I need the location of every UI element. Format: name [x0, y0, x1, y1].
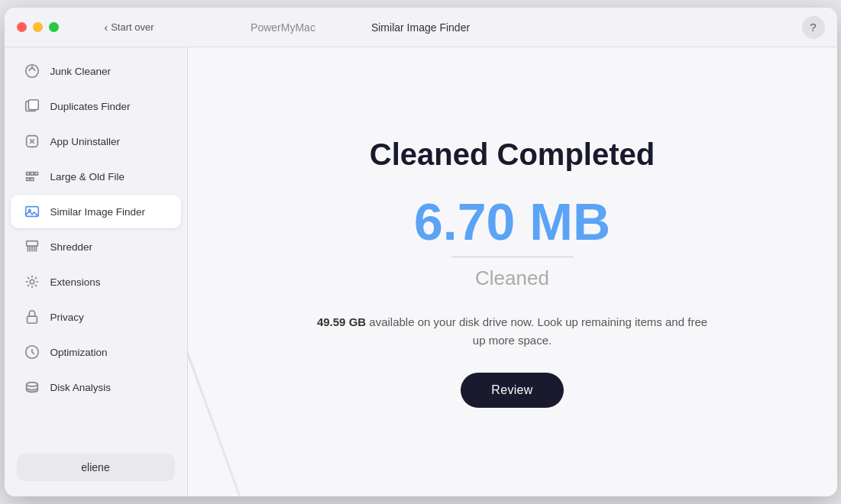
privacy-icon: [23, 308, 41, 326]
disk-analysis-icon: [23, 378, 41, 396]
available-gb: 49.59 GB: [317, 315, 366, 328]
sidebar-label-extensions: Extensions: [50, 276, 101, 288]
svg-rect-7: [26, 241, 37, 246]
app-window: PowerMyMac ‹ Start over Similar Image Fi…: [5, 8, 837, 496]
app-uninstaller-icon: [23, 132, 41, 150]
similar-image-finder-icon: [23, 202, 41, 221]
sidebar-label-privacy: Privacy: [50, 312, 84, 323]
cleaned-label: Cleaned: [314, 267, 711, 290]
completed-title: Cleaned Completed: [314, 136, 711, 173]
sidebar-footer: eliene: [5, 444, 187, 490]
size-amount: 6.70 MB: [314, 195, 711, 247]
start-over-button[interactable]: ‹ Start over: [105, 21, 154, 34]
sidebar: Junk Cleaner Duplicates Finder: [5, 47, 188, 496]
sidebar-label-app-uninstaller: App Uninstaller: [50, 136, 121, 147]
traffic-lights: [17, 22, 59, 32]
maximize-button[interactable]: [49, 22, 59, 32]
divider-line: [451, 257, 574, 257]
sidebar-item-disk-analysis[interactable]: Disk Analysis: [11, 370, 181, 404]
sidebar-item-app-uninstaller[interactable]: App Uninstaller: [11, 124, 181, 158]
shredder-icon: [23, 237, 41, 256]
sidebar-label-shredder: Shredder: [50, 241, 93, 253]
svg-point-11: [26, 383, 37, 387]
available-description: available on your disk drive now. Look u…: [369, 315, 707, 347]
sidebar-label-junk-cleaner: Junk Cleaner: [50, 66, 112, 77]
available-text: 49.59 GB available on your disk drive no…: [314, 313, 711, 350]
duplicates-finder-icon: [23, 97, 41, 115]
svg-rect-9: [27, 316, 37, 323]
sidebar-item-extensions[interactable]: Extensions: [11, 265, 181, 299]
sidebar-label-large-old-file: Large & Old File: [50, 171, 125, 183]
sidebar-label-similar-image-finder: Similar Image Finder: [50, 206, 146, 218]
large-old-file-icon: [23, 167, 41, 186]
extensions-icon: [23, 273, 41, 291]
sidebar-label-disk-analysis: Disk Analysis: [50, 382, 112, 393]
content-inner: Cleaned Completed 6.70 MB Cleaned 49.59 …: [314, 136, 711, 408]
app-name: PowerMyMac: [251, 21, 315, 34]
user-button[interactable]: eliene: [17, 454, 175, 481]
chevron-left-icon: ‹: [105, 21, 108, 34]
sidebar-item-junk-cleaner[interactable]: Junk Cleaner: [11, 54, 181, 88]
sidebar-label-optimization: Optimization: [50, 347, 108, 358]
sidebar-item-duplicates-finder[interactable]: Duplicates Finder: [11, 89, 181, 123]
minimize-button[interactable]: [33, 22, 43, 32]
sidebar-item-shredder[interactable]: Shredder: [11, 230, 181, 263]
decorative-lines: [188, 47, 280, 496]
close-button[interactable]: [17, 22, 27, 32]
optimization-icon: [23, 343, 41, 361]
start-over-label: Start over: [111, 21, 154, 33]
content-area: Cleaned Completed 6.70 MB Cleaned 49.59 …: [188, 47, 837, 496]
junk-cleaner-icon: [23, 62, 41, 80]
window-title: Similar Image Finder: [371, 21, 470, 34]
titlebar: PowerMyMac ‹ Start over Similar Image Fi…: [5, 8, 837, 47]
svg-rect-3: [28, 100, 38, 110]
sidebar-item-optimization[interactable]: Optimization: [11, 335, 181, 369]
sidebar-label-duplicates-finder: Duplicates Finder: [50, 101, 131, 112]
sidebar-item-privacy[interactable]: Privacy: [11, 300, 181, 334]
review-button[interactable]: Review: [461, 373, 563, 408]
main-area: Junk Cleaner Duplicates Finder: [5, 47, 837, 496]
sidebar-item-large-old-file[interactable]: Large & Old File: [11, 160, 181, 193]
svg-point-8: [30, 279, 34, 284]
help-button[interactable]: ?: [802, 16, 825, 39]
sidebar-item-similar-image-finder[interactable]: Similar Image Finder: [11, 195, 181, 228]
